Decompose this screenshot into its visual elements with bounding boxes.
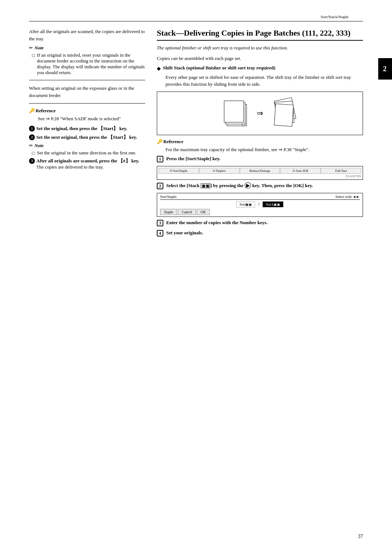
right-step1-text: Press the [Sort/Staple] key. <box>166 156 220 161</box>
when-setting-text: When setting an original on the exposure… <box>29 85 145 99</box>
right-step3: 3 Enter the number of copies with the Nu… <box>157 220 363 226</box>
note2-text: Set the original in the same direction a… <box>37 150 136 156</box>
right-step4-text: Set your originals. <box>166 230 203 235</box>
note1-label: ✏ Note <box>29 45 145 51</box>
zaas-code: ZAAS079N <box>159 174 361 178</box>
ss-staple-btn[interactable]: Staple <box>160 209 177 215</box>
shift-stack-heading: ◆ Shift Stack (optional finisher or shif… <box>157 65 363 72</box>
italic-note: The optional finisher or shift sort tray… <box>157 44 363 52</box>
right-step3-content: Enter the number of copies with the Numb… <box>166 220 268 226</box>
divider2 <box>29 103 145 104</box>
key-icon: 🔑 <box>29 108 35 114</box>
paper-stack-after <box>274 101 296 126</box>
kbd-duplex: O Duplex <box>199 168 240 174</box>
checkbox-icon: □ <box>32 53 35 58</box>
reference2-text: For the maximum tray capacity of the opt… <box>157 146 363 153</box>
reference1-title: Reference <box>36 108 56 114</box>
key2-icon: 🔑 <box>157 139 163 145</box>
shift-stack-text: Every other page set is shifted for ease… <box>157 74 363 88</box>
ss-stack: Stack▣▣ <box>262 201 283 207</box>
page-number: 37 <box>358 534 363 539</box>
step1-circle: 1 <box>29 126 35 132</box>
right-step1-num: 1 <box>157 156 163 162</box>
divider1 <box>29 80 145 80</box>
right-step1: 1 Press the [Sort/Staple] key. <box>157 156 363 162</box>
header-bar: Sort/Stack/Staple <box>0 15 392 19</box>
diamond-icon: ◆ <box>157 65 161 72</box>
kbd-reduce-enlarge: Reduce/Enlarge <box>240 168 280 174</box>
intro-text: After all the originals are scanned, the… <box>29 28 145 42</box>
step3-content: After all originals are scanned, press t… <box>36 158 145 170</box>
right-step4: 4 Set your originals. <box>157 230 363 236</box>
page-num-label: 1,2 <box>241 123 246 127</box>
fanned3 <box>274 104 294 126</box>
right-step3-text: Enter the number of copies with the Numb… <box>166 220 268 225</box>
reference1-label: 🔑 Reference <box>29 108 145 114</box>
two-col-layout: After all the originals are scanned, the… <box>0 28 392 240</box>
step2: 2 Set the next original, then press the … <box>29 134 145 141</box>
right-step4-content: Set your originals. <box>166 230 203 236</box>
note1-title: Note <box>34 45 44 51</box>
note-pencil-icon: ✏ <box>29 45 33 51</box>
right-step4-num: 4 <box>157 230 163 236</box>
top-rule <box>29 21 363 21</box>
ss-row1: Sort▣▣ / Stack▣▣ <box>160 201 360 207</box>
step1: 1 Set the original, then press the 【Star… <box>29 125 145 132</box>
arrow-icon: ⇒ <box>257 109 263 118</box>
reference2-title: Reference <box>163 139 183 145</box>
step3: 3 After all originals are scanned, press… <box>29 158 145 170</box>
kbd-top-row: O Sort/Staple O Duplex Reduce/Enlarge O … <box>159 168 361 174</box>
right-step2: 2 Select the [Stack ▣·▣] by pressing the… <box>157 183 363 189</box>
note2-pencil-icon: ✏ <box>29 143 33 149</box>
ss-ok-btn[interactable]: OK <box>197 209 210 215</box>
ss-cancel-btn[interactable]: Cancel <box>178 209 196 215</box>
right-column: Stack—Delivering Copies in Page Batches … <box>157 28 363 240</box>
kbd-auto-rr: O Auto R/R <box>280 168 320 174</box>
right-step3-num: 3 <box>157 220 163 226</box>
paper-stack-before: 1,2 <box>224 101 246 126</box>
reference1-text: See ⇒ P.28 "When SADF mode is selected" <box>29 115 145 122</box>
right-step2-num: 2 <box>157 183 163 189</box>
note2-title: Note <box>34 143 44 149</box>
step3-circle: 3 <box>29 158 35 164</box>
note1-text: If an original is misfed, reset your ori… <box>37 52 145 76</box>
step2-text: Set the next original, then press the 【S… <box>36 134 137 140</box>
kbd-sort-staple: O Sort/Staple <box>159 168 199 174</box>
right-step2-content: Select the [Stack ▣·▣] by pressing the ▶… <box>166 183 313 189</box>
keyboard-image: O Sort/Staple O Duplex Reduce/Enlarge O … <box>157 166 363 180</box>
step3-text: After all originals are scanned, press t… <box>36 158 145 164</box>
shift-stack-content: Shift Stack (optional finisher or shift … <box>163 65 363 71</box>
kbd-full-size: Full Size <box>321 168 361 174</box>
note2-checkbox-icon: □ <box>32 150 35 156</box>
ss-sep: / <box>258 201 260 207</box>
intro-right: Copies can be assembled with each page s… <box>157 55 363 62</box>
left-column: After all the originals are scanned, the… <box>29 28 145 240</box>
ss-header-left: Sort/Staple: <box>160 195 177 199</box>
sheet3 <box>224 101 244 122</box>
ss-header-right: Select with ◄► <box>335 195 360 199</box>
shift-stack-title: Shift Stack (optional finisher or shift … <box>163 65 275 70</box>
ss-bottom-row: Staple Cancel OK <box>160 209 360 215</box>
chapter-tab: 2 <box>378 58 392 80</box>
ss-header: Sort/Staple: Select with ◄► <box>160 195 360 200</box>
reference2-label: 🔑 Reference <box>157 139 363 145</box>
step1-content: Set the original, then press the 【Start】… <box>36 125 145 132</box>
ss-sort: Sort▣▣ <box>236 201 256 207</box>
right-step2-text: Select the [Stack ▣·▣] by pressing the ▶… <box>166 183 313 188</box>
step1-text: Set the original, then press the 【Start】… <box>36 126 127 131</box>
step2-circle: 2 <box>29 134 35 140</box>
note2-item: □ Set the original in the same direction… <box>29 150 145 156</box>
page: Sort/Stack/Staple 2 After all the origin… <box>0 0 392 554</box>
section-title: Stack—Delivering Copies in Page Batches … <box>157 28 363 41</box>
section-header: Sort/Stack/Staple <box>321 15 348 19</box>
step2-content: Set the next original, then press the 【S… <box>36 134 145 141</box>
sort-staple-box: Sort/Staple: Select with ◄► Sort▣▣ / Sta… <box>157 193 363 217</box>
step3-subtext: The copies are delivered to the tray. <box>36 164 145 170</box>
right-step1-content: Press the [Sort/Staple] key. <box>166 156 220 162</box>
note2-label: ✏ Note <box>29 143 145 149</box>
stack-illustration: 1,2 ⇒ <box>157 92 363 135</box>
note1-item: □ If an original is misfed, reset your o… <box>29 52 145 76</box>
